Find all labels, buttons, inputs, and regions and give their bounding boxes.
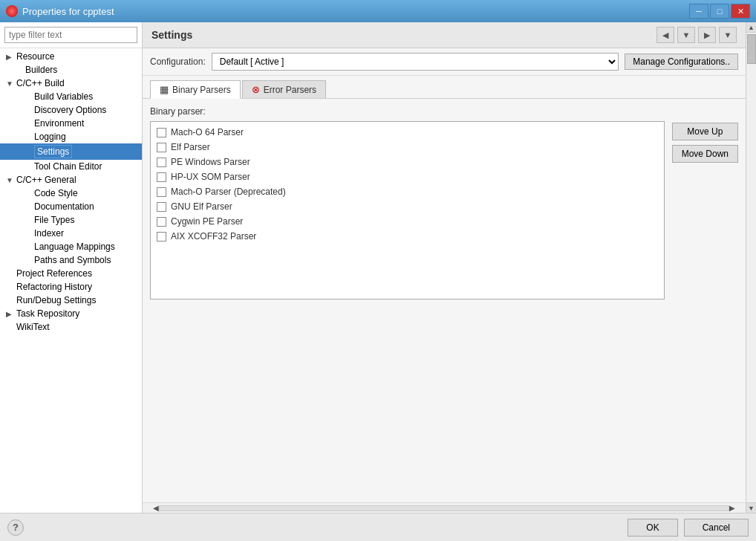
horizontal-scrollbar[interactable]: ◀ ▶: [143, 502, 746, 513]
parser-checkbox-pe-windows[interactable]: [157, 158, 166, 167]
parser-checkbox-mach-o-deprecated[interactable]: [157, 187, 166, 197]
parser-item-aix-xcoff32[interactable]: AIX XCOFF32 Parser: [154, 229, 661, 244]
config-select[interactable]: Default [ Active ]: [212, 53, 619, 71]
parser-item-cygwin-pe[interactable]: Cygwin PE Parser: [154, 214, 661, 229]
sidebar-item-label-resource: Resource: [16, 51, 54, 62]
parser-checkbox-mach-o-64[interactable]: [157, 128, 166, 137]
sidebar-item-documentation[interactable]: Documentation: [0, 200, 142, 213]
nav-dropdown[interactable]: ▼: [677, 27, 695, 43]
cancel-button[interactable]: Cancel: [684, 519, 749, 537]
sidebar: ▶ResourceBuilders▼C/C++ BuildBuild Varia…: [0, 22, 143, 513]
sidebar-item-label-indexer: Indexer: [34, 228, 64, 239]
sidebar-item-label-cpp-general: C/C++ General: [16, 175, 76, 185]
v-scroll-up[interactable]: ▲: [746, 22, 756, 33]
minimize-button[interactable]: ─: [689, 4, 708, 19]
back-button[interactable]: ◀: [656, 27, 674, 43]
sidebar-item-label-builders: Builders: [25, 65, 57, 75]
parser-checkbox-gnu-elf[interactable]: [157, 202, 166, 212]
parser-item-gnu-elf[interactable]: GNU Elf Parser: [154, 199, 661, 214]
tab-binary-parsers[interactable]: ▦ Binary Parsers: [150, 80, 241, 99]
bottom-bar: ? OK Cancel: [0, 513, 756, 541]
sidebar-item-label-refactoring-history: Refactoring History: [16, 282, 92, 292]
panel-title: Settings: [151, 29, 192, 41]
parser-item-mach-o-deprecated[interactable]: Mach-O Parser (Deprecated): [154, 184, 661, 199]
sidebar-item-cpp-general[interactable]: ▼C/C++ General: [0, 173, 142, 187]
parser-checkbox-elf-parser[interactable]: [157, 143, 166, 152]
panel-header: Settings ◀ ▼ ▶ ▼: [143, 22, 746, 48]
tab-error-parsers[interactable]: ⊗ Error Parsers: [242, 80, 326, 98]
sidebar-item-task-repository[interactable]: ▶Task Repository: [0, 307, 142, 320]
parser-item-elf-parser[interactable]: Elf Parser: [154, 140, 661, 155]
sidebar-item-cpp-build[interactable]: ▼C/C++ Build: [0, 77, 142, 90]
h-scroll-left[interactable]: ◀: [153, 504, 159, 512]
move-down-button[interactable]: Move Down: [672, 145, 738, 163]
forward-button[interactable]: ▶: [698, 27, 716, 43]
sidebar-item-builders[interactable]: Builders: [0, 63, 142, 77]
sidebar-item-resource[interactable]: ▶Resource: [0, 50, 142, 63]
main-content: Binary parser: Mach-O 64 ParserElf Parse…: [143, 99, 746, 502]
sidebar-item-wikitext[interactable]: WikiText: [0, 320, 142, 334]
help-button[interactable]: ?: [7, 519, 24, 536]
sidebar-item-label-language-mappings: Language Mappings: [34, 242, 115, 252]
parser-label-mach-o-deprecated: Mach-O Parser (Deprecated): [171, 187, 286, 197]
tree-area: ▶ResourceBuilders▼C/C++ BuildBuild Varia…: [0, 48, 142, 513]
sidebar-item-settings[interactable]: Settings: [0, 143, 142, 160]
sidebar-item-label-file-types: File Types: [34, 215, 74, 225]
sidebar-item-label-paths-and-symbols: Paths and Symbols: [34, 255, 111, 265]
sidebar-item-label-logging: Logging: [34, 132, 66, 142]
sidebar-item-discovery-options[interactable]: Discovery Options: [0, 103, 142, 117]
sidebar-item-label-discovery-options: Discovery Options: [34, 105, 106, 115]
config-label: Configuration:: [150, 56, 206, 67]
sidebar-item-file-types[interactable]: File Types: [0, 213, 142, 227]
move-up-button[interactable]: Move Up: [672, 123, 738, 140]
filter-input[interactable]: [4, 27, 137, 43]
title-bar: Properties for cpptest ─ □ ✕: [0, 0, 756, 22]
close-button[interactable]: ✕: [731, 4, 750, 19]
sidebar-item-label-wikitext: WikiText: [16, 322, 50, 332]
sidebar-item-label-cpp-build: C/C++ Build: [16, 78, 65, 88]
parser-checkbox-hp-ux[interactable]: [157, 172, 166, 182]
sidebar-item-label-environment: Environment: [34, 118, 84, 129]
sidebar-item-label-settings: Settings: [34, 145, 72, 158]
v-scroll-down[interactable]: ▼: [746, 502, 756, 513]
parser-label-aix-xcoff32: AIX XCOFF32 Parser: [171, 231, 256, 242]
sidebar-item-logging[interactable]: Logging: [0, 130, 142, 143]
section-label: Binary parser:: [150, 106, 738, 117]
sidebar-item-run-debug-settings[interactable]: Run/Debug Settings: [0, 294, 142, 307]
sidebar-item-tool-chain-editor[interactable]: Tool Chain Editor: [0, 160, 142, 173]
config-row: Configuration: Default [ Active ] Manage…: [143, 48, 746, 76]
v-scroll-thumb[interactable]: [747, 34, 756, 64]
window-title: Properties for cpptest: [22, 6, 114, 17]
parser-checkbox-cygwin-pe[interactable]: [157, 217, 166, 227]
sidebar-item-project-references[interactable]: Project References: [0, 267, 142, 280]
app-icon: [6, 5, 18, 17]
sidebar-item-paths-and-symbols[interactable]: Paths and Symbols: [0, 253, 142, 267]
maximize-button[interactable]: □: [710, 4, 729, 19]
sidebar-item-refactoring-history[interactable]: Refactoring History: [0, 280, 142, 294]
parsers-buttons: Move Up Move Down: [672, 121, 738, 495]
error-parsers-icon: ⊗: [252, 84, 260, 95]
sidebar-item-language-mappings[interactable]: Language Mappings: [0, 240, 142, 253]
parser-checkbox-aix-xcoff32[interactable]: [157, 232, 166, 242]
parser-item-mach-o-64[interactable]: Mach-O 64 Parser: [154, 125, 661, 140]
h-scroll-track[interactable]: [159, 505, 729, 511]
parser-label-cygwin-pe: Cygwin PE Parser: [171, 216, 243, 227]
sidebar-item-label-run-debug-settings: Run/Debug Settings: [16, 295, 96, 305]
sidebar-item-environment[interactable]: Environment: [0, 117, 142, 130]
sidebar-item-code-style[interactable]: Code Style: [0, 187, 142, 200]
parser-label-gnu-elf: GNU Elf Parser: [171, 201, 232, 212]
sidebar-item-indexer[interactable]: Indexer: [0, 227, 142, 240]
parser-item-pe-windows[interactable]: PE Windows Parser: [154, 155, 661, 169]
manage-configurations-button[interactable]: Manage Configurations..: [625, 54, 738, 70]
nav-dropdown2[interactable]: ▼: [719, 27, 737, 43]
vertical-scrollbar[interactable]: ▲ ▼: [746, 22, 756, 513]
ok-button[interactable]: OK: [628, 519, 677, 537]
tabs-area: ▦ Binary Parsers ⊗ Error Parsers: [143, 76, 746, 99]
sidebar-item-build-variables[interactable]: Build Variables: [0, 90, 142, 103]
h-scroll-right[interactable]: ▶: [729, 504, 735, 512]
sidebar-item-label-project-references: Project References: [16, 268, 92, 279]
parser-item-hp-ux[interactable]: HP-UX SOM Parser: [154, 169, 661, 184]
sidebar-item-label-task-repository: Task Repository: [16, 308, 79, 319]
sidebar-item-label-documentation: Documentation: [34, 201, 94, 212]
sidebar-item-label-tool-chain-editor: Tool Chain Editor: [34, 161, 102, 172]
